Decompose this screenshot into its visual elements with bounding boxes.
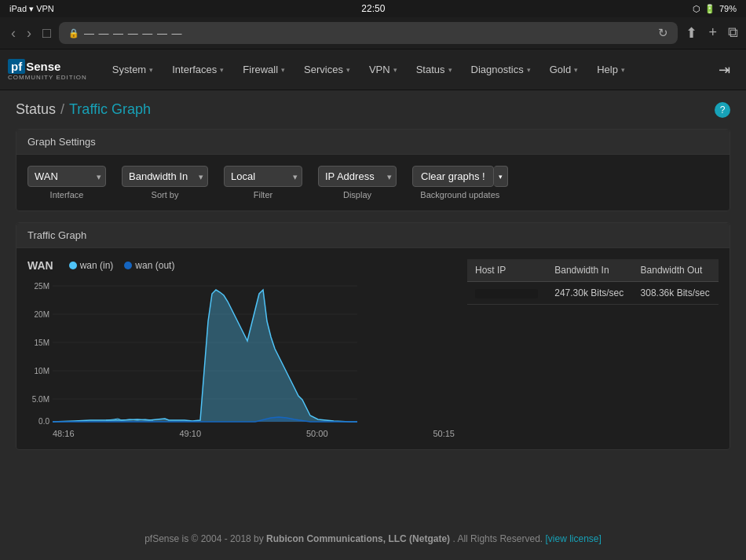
url-bar[interactable]: 🔒 — — — — — — — ↻	[59, 22, 678, 44]
host-table: Host IP Bandwidth In Bandwidth Out 247.3…	[467, 259, 719, 305]
main-content: Status / Traffic Graph ? Graph Settings …	[0, 90, 746, 472]
breadcrumb-parent: Status	[16, 101, 56, 118]
lock-icon: 🔒	[68, 28, 79, 38]
display-field: IP Address Display	[318, 166, 397, 199]
nav-firewall[interactable]: Firewall ▾	[233, 49, 294, 90]
filter-select[interactable]: Local	[224, 166, 302, 187]
logo-community: COMMUNITY EDITION	[8, 74, 87, 81]
browser-actions: ⬆ + ⧉	[686, 24, 738, 42]
traffic-graph-body: WAN wan (in) wan (out)	[16, 248, 730, 449]
nav-interfaces[interactable]: Interfaces ▾	[163, 49, 233, 90]
nav-exit-icon[interactable]: ⇥	[711, 61, 738, 79]
filter-select-wrapper[interactable]: Local	[224, 166, 302, 187]
sortby-field: Bandwidth In Sort by	[122, 166, 208, 199]
gold-caret: ▾	[574, 66, 578, 74]
browser-nav[interactable]: ‹ ›	[8, 25, 35, 42]
forward-button[interactable]: ›	[24, 25, 35, 42]
browser-chrome: ‹ › □ 🔒 — — — — — — — ↻ ⬆ + ⧉	[0, 17, 746, 49]
share-icon[interactable]: ⬆	[686, 24, 697, 42]
nav-services[interactable]: Services ▾	[294, 49, 360, 90]
nav-system[interactable]: System ▾	[103, 49, 163, 90]
bluetooth-icon: ⬡	[693, 4, 700, 14]
status-bar-right: ⬡ 🔋 79%	[693, 4, 737, 14]
graph-wan-label: WAN	[27, 259, 53, 272]
nav-menu: System ▾ Interfaces ▾ Firewall ▾ Service…	[103, 49, 634, 90]
host-table-area: Host IP Bandwidth In Bandwidth Out 247.3…	[467, 259, 719, 438]
graph-area: WAN wan (in) wan (out)	[27, 259, 455, 438]
add-tab-icon[interactable]: +	[708, 24, 717, 42]
breadcrumb-current: Traffic Graph	[69, 101, 151, 118]
time-label-3: 50:15	[433, 429, 455, 438]
bookmark-icon[interactable]: □	[42, 25, 51, 42]
system-caret: ▾	[149, 66, 153, 74]
legend-out-dot	[124, 262, 132, 269]
bw-in-cell: 247.30k Bits/sec	[547, 282, 632, 305]
vpn-caret: ▾	[393, 66, 397, 74]
col-host-ip: Host IP	[467, 259, 547, 282]
svg-text:5.0M: 5.0M	[32, 395, 49, 404]
sortby-select-wrapper[interactable]: Bandwidth In	[122, 166, 208, 187]
legend-out: wan (out)	[124, 260, 174, 271]
sortby-select[interactable]: Bandwidth In	[122, 166, 208, 187]
footer-text-prefix: pfSense is © 2004 - 2018 by	[144, 533, 264, 544]
nav-help[interactable]: Help ▾	[587, 49, 634, 90]
display-select-wrapper[interactable]: IP Address	[318, 166, 397, 187]
chart-svg-wrapper: 25M 20M 15M 10M 5.0M 0.0	[27, 278, 455, 427]
svg-text:25M: 25M	[35, 282, 49, 291]
svg-text:20M: 20M	[35, 310, 49, 319]
traffic-graph-heading: Traffic Graph	[16, 223, 730, 248]
clear-graphs-button[interactable]: Clear graphs !	[412, 166, 494, 187]
time-label-1: 49:10	[179, 429, 201, 438]
col-bw-out: Bandwidth Out	[633, 259, 719, 282]
interface-select[interactable]: WAN	[27, 166, 106, 187]
traffic-graph-container: WAN wan (in) wan (out)	[27, 259, 719, 438]
time-label-0: 48:16	[53, 429, 75, 438]
logo-pf: pf	[8, 59, 25, 74]
legend-in-label: wan (in)	[80, 260, 114, 271]
display-select[interactable]: IP Address	[318, 166, 397, 187]
diagnostics-caret: ▾	[527, 66, 531, 74]
interface-select-wrapper[interactable]: WAN	[27, 166, 106, 187]
host-ip-redacted	[475, 289, 538, 298]
nav-diagnostics[interactable]: Diagnostics ▾	[462, 49, 540, 90]
time-label-2: 50:00	[306, 429, 328, 438]
footer-license-link[interactable]: [view license]	[545, 533, 601, 544]
services-caret: ▾	[346, 66, 350, 74]
clear-field: Clear graphs ! ▾ Background updates	[412, 166, 508, 199]
graph-settings-body: WAN Interface Bandwidth In Sort by	[16, 155, 730, 210]
legend-out-label: wan (out)	[135, 260, 174, 271]
tabs-icon[interactable]: ⧉	[728, 24, 738, 42]
graph-title-row: WAN wan (in) wan (out)	[27, 259, 455, 272]
clear-dropdown-button[interactable]: ▾	[494, 166, 508, 187]
nav-gold[interactable]: Gold ▾	[540, 49, 587, 90]
footer-company: Rubicon Communications, LLC (Netgate)	[266, 533, 450, 544]
nav-status[interactable]: Status ▾	[407, 49, 462, 90]
legend-in-dot	[69, 262, 77, 269]
url-text: — — — — — — —	[84, 27, 183, 39]
interface-field: WAN Interface	[27, 166, 106, 199]
display-label: Display	[318, 190, 397, 199]
col-bw-in: Bandwidth In	[547, 259, 632, 282]
filter-field: Local Filter	[224, 166, 302, 199]
help-icon[interactable]: ?	[715, 102, 730, 118]
status-bar: iPad ▾ VPN 22:50 ⬡ 🔋 79%	[0, 0, 746, 17]
back-button[interactable]: ‹	[8, 25, 19, 42]
nav-vpn[interactable]: VPN ▾	[360, 49, 407, 90]
interfaces-caret: ▾	[220, 66, 224, 74]
status-caret: ▾	[448, 66, 452, 74]
footer-text-suffix: . All Rights Reserved.	[452, 533, 543, 544]
status-bar-time: 22:50	[361, 3, 385, 14]
pfsense-logo: pf Sense COMMUNITY EDITION	[8, 59, 87, 81]
reload-button[interactable]: ↻	[658, 26, 668, 40]
breadcrumb: Status / Traffic Graph ?	[16, 101, 730, 118]
legend-in: wan (in)	[69, 260, 114, 271]
svg-text:0.0: 0.0	[38, 417, 49, 426]
graph-settings-heading: Graph Settings	[16, 130, 730, 155]
clear-caret-icon: ▾	[499, 173, 503, 181]
firewall-caret: ▾	[281, 66, 285, 74]
bw-out-cell: 308.36k Bits/sec	[633, 282, 719, 305]
svg-text:15M: 15M	[35, 339, 49, 347]
svg-text:10M: 10M	[35, 367, 49, 375]
help-caret: ▾	[621, 66, 625, 74]
footer: pfSense is © 2004 - 2018 by Rubicon Comm…	[0, 518, 746, 560]
